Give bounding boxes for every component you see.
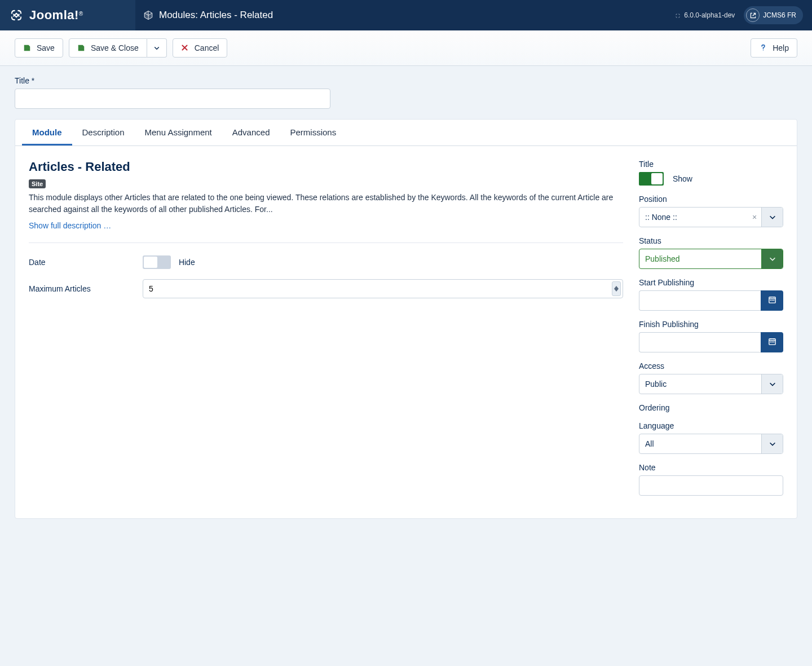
site-chip[interactable]: JCMS6 FR — [744, 6, 803, 24]
tab-menu-assignment[interactable]: Menu Assignment — [135, 120, 222, 145]
side-start-publishing-field: Start Publishing — [639, 278, 783, 311]
brand-area[interactable]: Joomla!® — [0, 0, 135, 30]
help-button[interactable]: Help — [751, 38, 797, 58]
title-show-text: Show — [673, 174, 692, 183]
svg-rect-6 — [770, 342, 771, 343]
field-date: Date Hide — [29, 255, 623, 269]
joomla-logo-icon — [9, 8, 24, 23]
chevron-down-icon — [761, 374, 783, 394]
position-label: Position — [639, 195, 783, 204]
module-icon — [143, 10, 153, 20]
language-label: Language — [639, 421, 783, 430]
access-label: Access — [639, 361, 783, 371]
page-title-area: Modules: Articles - Related — [135, 10, 666, 21]
access-select[interactable]: Public — [639, 374, 783, 394]
svg-rect-2 — [770, 300, 771, 301]
side-finish-publishing-field: Finish Publishing — [639, 320, 783, 352]
start-publishing-input[interactable] — [639, 290, 761, 311]
status-value: Published — [639, 249, 761, 268]
close-icon — [181, 44, 189, 52]
module-heading: Articles - Related — [29, 160, 623, 174]
tab-permissions[interactable]: Permissions — [280, 120, 346, 145]
start-publishing-label: Start Publishing — [639, 278, 783, 287]
side-note-field: Note — [639, 463, 783, 496]
language-value: All — [639, 434, 761, 453]
status-select[interactable]: Published — [639, 249, 783, 269]
question-icon — [759, 44, 767, 52]
side-access-field: Access Public — [639, 361, 783, 394]
side-column: Title Show Position :: None :: × — [639, 160, 783, 505]
language-select[interactable]: All — [639, 434, 783, 454]
brand-text: Joomla!® — [29, 8, 83, 23]
max-articles-label: Maximum Articles — [29, 284, 143, 293]
topbar-right: 6.0.0-alpha1-dev JCMS6 FR — [666, 6, 812, 24]
position-clear[interactable]: × — [748, 208, 761, 227]
main-panel: Module Description Menu Assignment Advan… — [15, 119, 797, 519]
note-input[interactable] — [639, 475, 783, 496]
save-button[interactable]: Save — [15, 38, 63, 58]
date-toggle[interactable] — [143, 255, 171, 269]
action-toolbar: Save Save & Close Cancel — [0, 30, 812, 66]
chevron-down-icon — [761, 249, 783, 268]
tab-description[interactable]: Description — [72, 120, 135, 145]
side-title-label: Title — [639, 160, 783, 169]
field-max-articles: Maximum Articles — [29, 279, 623, 298]
max-articles-input[interactable] — [143, 279, 623, 298]
calendar-icon — [768, 295, 776, 306]
note-label: Note — [639, 463, 783, 472]
chevron-down-icon — [153, 44, 161, 52]
chevron-down-icon — [761, 208, 783, 227]
date-toggle-text: Hide — [179, 258, 195, 267]
tab-module[interactable]: Module — [22, 120, 72, 145]
title-input[interactable] — [15, 89, 330, 109]
position-value: :: None :: — [639, 208, 748, 227]
side-title-field: Title Show — [639, 160, 783, 186]
svg-rect-4 — [773, 300, 774, 301]
side-language-field: Language All — [639, 421, 783, 454]
site-badge: Site — [29, 179, 46, 188]
access-value: Public — [639, 374, 761, 394]
show-full-description-link[interactable]: Show full description … — [29, 221, 111, 230]
date-label: Date — [29, 258, 143, 267]
finish-publishing-label: Finish Publishing — [639, 320, 783, 329]
start-publishing-calendar-button[interactable] — [761, 290, 783, 311]
side-status-field: Status Published — [639, 236, 783, 269]
svg-rect-3 — [771, 300, 773, 301]
position-select[interactable]: :: None :: × — [639, 207, 783, 227]
save-icon — [77, 44, 85, 52]
chevron-down-icon — [761, 434, 783, 453]
svg-rect-7 — [771, 342, 773, 343]
save-close-group: Save & Close — [69, 38, 167, 58]
calendar-icon — [768, 337, 776, 347]
ordering-label: Ordering — [639, 403, 783, 412]
divider — [29, 242, 623, 243]
site-name: JCMS6 FR — [763, 11, 796, 19]
main-column: Articles - Related Site This module disp… — [29, 160, 623, 505]
svg-point-0 — [762, 50, 763, 50]
status-label: Status — [639, 236, 783, 245]
save-close-button[interactable]: Save & Close — [69, 38, 147, 58]
page-title: Modules: Articles - Related — [159, 10, 273, 21]
module-description: This module displays other Articles that… — [29, 192, 623, 215]
save-close-dropdown[interactable] — [147, 38, 167, 58]
title-label: Title * — [15, 76, 797, 85]
number-spinner[interactable] — [612, 281, 621, 296]
tab-strip: Module Description Menu Assignment Advan… — [15, 120, 797, 146]
tab-advanced[interactable]: Advanced — [222, 120, 280, 145]
cancel-button[interactable]: Cancel — [173, 38, 228, 58]
finish-publishing-calendar-button[interactable] — [761, 332, 783, 352]
side-ordering-field: Ordering — [639, 403, 783, 412]
save-icon — [23, 44, 31, 52]
finish-publishing-input[interactable] — [639, 332, 761, 352]
version-text[interactable]: 6.0.0-alpha1-dev — [675, 11, 735, 19]
svg-rect-8 — [773, 342, 774, 343]
side-position-field: Position :: None :: × — [639, 195, 783, 227]
topbar: Joomla!® Modules: Articles - Related 6.0… — [0, 0, 812, 30]
external-link-icon — [746, 8, 760, 22]
title-show-toggle[interactable] — [639, 172, 664, 186]
